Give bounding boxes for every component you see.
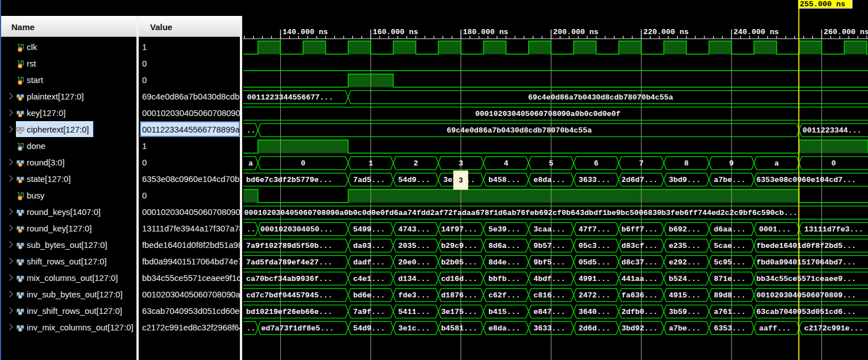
svg-text:3640...: 3640... — [579, 308, 610, 316]
svg-text:14f97...: 14f97... — [441, 225, 477, 234]
svg-text:b2b05...: b2b05... — [441, 258, 477, 267]
svg-text:bd6e...: bd6e... — [353, 291, 385, 300]
svg-text:05c3...: 05c3... — [579, 242, 610, 250]
svg-text:6: 6 — [594, 159, 599, 168]
svg-text:69c4e0d86a7b0430d8cdb78070b4c5: 69c4e0d86a7b0430d8cdb78070b4c55a — [447, 126, 592, 135]
svg-text:a7be...: a7be... — [714, 176, 746, 184]
svg-text:bd6e7c3df2b5779e...: bd6e7c3df2b5779e... — [246, 176, 333, 184]
svg-text:3bd9...: 3bd9... — [669, 176, 701, 184]
svg-text:e8da...: e8da... — [534, 176, 566, 184]
svg-text:5411...: 5411... — [398, 308, 430, 316]
svg-text:7a9f...: 7a9f... — [353, 308, 385, 316]
svg-text:441aa...: 441aa... — [621, 275, 658, 283]
svg-text:89d8...: 89d8... — [714, 291, 746, 300]
svg-text:3b59...: 3b59... — [669, 308, 701, 316]
svg-text:b6ff7...: b6ff7... — [621, 225, 658, 234]
svg-text:6353...: 6353... — [714, 324, 746, 333]
svg-text:3caa...: 3caa... — [534, 225, 566, 234]
svg-text:d134...: d134... — [398, 275, 430, 283]
svg-text:4bdf...: 4bdf... — [534, 275, 566, 283]
svg-text:dadf...: dadf... — [353, 258, 385, 267]
svg-text:871e...: 871e... — [714, 275, 746, 283]
svg-text:b524...: b524... — [669, 275, 701, 283]
svg-text:3e175...: 3e175... — [441, 308, 477, 316]
svg-text:..: .. — [247, 324, 256, 333]
svg-text:b692...: b692... — [669, 225, 701, 234]
svg-text:000102030405060708090a0b0c0d0e: 000102030405060708090a0b0c0d0e0f — [475, 110, 620, 118]
svg-text:7a9f102789d5f50b...: 7a9f102789d5f50b... — [246, 242, 333, 250]
svg-text:bbfb...: bbfb... — [488, 275, 520, 283]
svg-text:a: a — [774, 159, 779, 168]
svg-text:4: 4 — [504, 159, 508, 168]
svg-text:255.000 ns: 255.000 ns — [800, 0, 845, 9]
svg-text:bd10219ef26eb66e...: bd10219ef26eb66e... — [246, 308, 333, 316]
svg-text:bb34c55ce5571ceaee9...: bb34c55ce5571ceaee9... — [757, 275, 857, 283]
svg-text:fbd0a99401517064bd7...: fbd0a99401517064bd7... — [757, 258, 857, 267]
svg-text:220.000 ns: 220.000 ns — [643, 28, 689, 36]
svg-text:2: 2 — [414, 159, 418, 168]
svg-text:a: a — [248, 159, 253, 168]
svg-text:7ad5fda789ef4e27...: 7ad5fda789ef4e27... — [246, 258, 333, 267]
svg-text:0010203040506070809...: 0010203040506070809... — [757, 291, 857, 300]
svg-text:fde3...: fde3... — [398, 291, 430, 300]
svg-text:4991...: 4991... — [579, 275, 610, 283]
svg-text:e847...: e847... — [534, 308, 566, 316]
svg-text:cd7c7bdf04457945...: cd7c7bdf04457945... — [246, 291, 333, 300]
svg-text:5: 5 — [549, 159, 554, 168]
svg-text:b415...: b415... — [488, 308, 520, 316]
svg-text:c2172c991e...: c2172c991e... — [804, 324, 863, 333]
svg-text:000102030405060708090a0b0c0d0e: 000102030405060708090a0b0c0d0e0fd6aa74fd… — [244, 209, 798, 217]
svg-text:cd16d...: cd16d... — [441, 275, 477, 283]
svg-text:0011223344...: 0011223344... — [803, 126, 862, 135]
svg-text:3633...: 3633... — [534, 324, 566, 333]
svg-text:5e39...: 5e39... — [488, 225, 520, 234]
svg-text:3e1c...: 3e1c... — [398, 324, 430, 333]
svg-text:8d6a...: 8d6a... — [488, 242, 520, 250]
svg-text:b458...: b458... — [488, 176, 520, 184]
svg-text:13111d7fe3...: 13111d7fe3... — [804, 225, 863, 234]
svg-text:2d6d7...: 2d6d7... — [621, 176, 658, 184]
svg-text:d8c37...: d8c37... — [621, 258, 658, 267]
svg-text:0: 0 — [301, 159, 305, 168]
svg-text:54d9...: 54d9... — [353, 324, 385, 333]
svg-text:..: .. — [247, 126, 256, 135]
svg-text:a7be...: a7be... — [669, 324, 701, 333]
svg-text:e235...: e235... — [669, 242, 701, 250]
svg-text:3633...: 3633... — [579, 176, 610, 184]
svg-text:b4581...: b4581... — [441, 324, 477, 333]
svg-text:6353e08c0960e104cd7...: 6353e08c0960e104cd7... — [757, 176, 857, 184]
svg-text:..: .. — [247, 225, 256, 234]
svg-text:5499...: 5499... — [353, 225, 385, 234]
svg-text:47f7...: 47f7... — [579, 225, 610, 234]
svg-text:0001020304050...: 0001020304050... — [260, 225, 333, 234]
svg-text:140.000 ns: 140.000 ns — [283, 28, 328, 36]
svg-text:2d6d...: 2d6d... — [579, 324, 610, 333]
svg-text:0001...: 0001... — [759, 225, 791, 234]
svg-text:d6aa...: d6aa... — [714, 225, 746, 234]
svg-text:180.000 ns: 180.000 ns — [463, 28, 508, 36]
svg-text:4915...: 4915... — [669, 291, 701, 300]
svg-text:5c95...: 5c95... — [714, 258, 746, 267]
svg-text:1: 1 — [368, 159, 373, 168]
svg-text:d1876...: d1876... — [441, 291, 477, 300]
svg-text:9bf5...: 9bf5... — [534, 258, 566, 267]
svg-text:9: 9 — [729, 159, 734, 168]
svg-text:8d4e...: 8d4e... — [488, 258, 520, 267]
svg-text:3: 3 — [459, 176, 463, 185]
svg-text:c4e1...: c4e1... — [353, 275, 385, 283]
svg-text:2472...: 2472... — [579, 291, 610, 300]
svg-text:54d9...: 54d9... — [398, 176, 430, 184]
svg-text:aaff...: aaff... — [759, 324, 791, 333]
svg-text:fa636...: fa636... — [621, 291, 658, 300]
svg-text:b29c9...: b29c9... — [441, 242, 477, 250]
svg-text:5cae...: 5cae... — [714, 242, 746, 250]
svg-text:c816...: c816... — [534, 291, 566, 300]
svg-text:e292...: e292... — [669, 258, 701, 267]
svg-text:fbede16401d0f8f2bd5...: fbede16401d0f8f2bd5... — [757, 242, 857, 250]
svg-text:c62f...: c62f... — [488, 291, 520, 300]
svg-text:da03...: da03... — [353, 242, 385, 250]
svg-text:240.000 ns: 240.000 ns — [733, 28, 779, 36]
svg-text:63cab7040953d051cd6...: 63cab7040953d051cd6... — [757, 308, 857, 316]
svg-text:260.000 ns: 260.000 ns — [824, 28, 868, 36]
svg-text:e8da...: e8da... — [488, 324, 520, 333]
